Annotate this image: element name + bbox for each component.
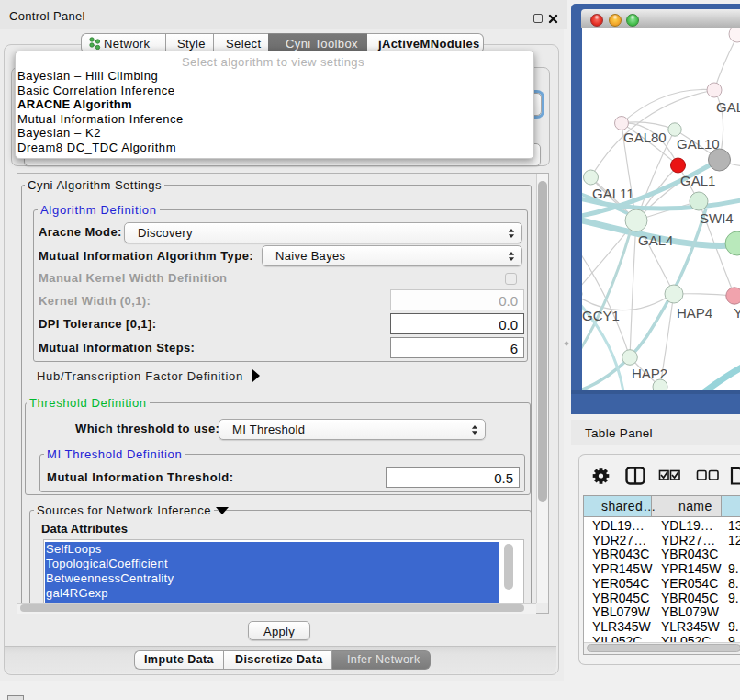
svg-text:GCY1: GCY1 <box>582 308 620 323</box>
svg-text:HAP4: HAP4 <box>677 305 712 321</box>
svg-text:SWI4: SWI4 <box>700 210 734 226</box>
svg-text:GAL11: GAL11 <box>592 186 634 201</box>
svg-text:YHR: YHR <box>734 305 740 321</box>
svg-text:GAL10: GAL10 <box>677 136 720 152</box>
svg-text:GAL1: GAL1 <box>680 173 715 188</box>
svg-text:GAL80: GAL80 <box>623 130 667 145</box>
svg-text:GAL4: GAL4 <box>638 232 673 248</box>
svg-text:GAL7: GAL7 <box>716 99 740 115</box>
svg-text:HAP2: HAP2 <box>632 366 667 381</box>
